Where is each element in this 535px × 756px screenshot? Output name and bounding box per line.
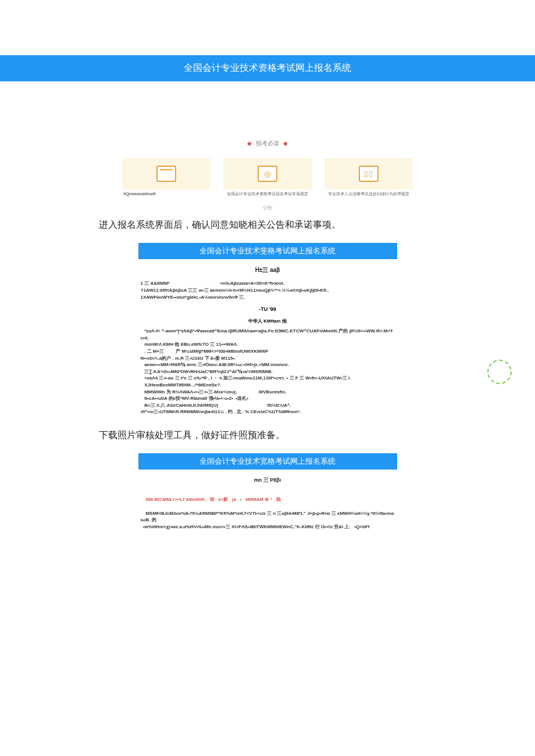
agreement-header: 全国会计专业技术斐格考试网上报名系统 [138,243,397,259]
card-caption: 全国会计专业技术资格考试报名考试专项规定 [223,192,312,196]
announcement-label: 公告 [0,205,535,211]
dot-icon: ◆ [247,140,252,146]
cards-row: XQnwswxatimeK 全国会计专业技术资格考试报名考试专项规定 专业技术人… [0,158,535,196]
photo-tool-subtitle: mn 三 P8βι [138,476,397,484]
main-banner: 全国会计专业技术资格考试网上报名系统 [0,55,535,81]
agreement-subtitle: H±三 aaβ [138,266,397,274]
card-image [324,158,413,189]
step2-instruction: 下载照片审核处理工具，做好证件照预准备。 [99,429,535,442]
card-regulations[interactable]: 全国会计专业技术资格考试报名考试专项规定 [223,158,312,196]
photo-tool-block: 全国会计专业技术宽格考试网上报名系统 mn 三 P8βι NM-BtCMNLr>… [138,453,397,537]
agreement-text2: *zαΛ-f< ^-awm*j*sfiAβ*•Фawxatt^Ema.tβRUM… [138,328,397,415]
card-discipline[interactable]: 专业技术人员违章考试违反纪律行为处理规定 [324,158,413,196]
agreement-block: 全国会计专业技术斐格考试网上报名系统 H±三 aaβ 1 三 A&ttMM* <… [138,243,397,415]
card-caption: XQnwswxatimeK [122,192,211,196]
must-read-heading: ◆ 报考必读 ◆ [0,139,535,148]
must-read-label: 报考必读 [256,140,279,146]
warning-line: NM-BtCMNLr><LΓAMeΘIIK、班 . ≤<新 . (a • MIf… [145,497,281,502]
card-schedule[interactable]: XQnwswxatimeK [122,158,211,196]
card-caption: 专业技术人员违章考试违反纪律行为处理规定 [324,192,413,196]
agreement-text: 1 三 A&ttMM* <n‰Aβeawa>A<0II>K*ft•tovt. ?… [138,280,397,300]
agreement-section-label: -TU '99 [138,306,397,312]
step1-instruction: 进入报名系统界面后，确认同意知晓相关公告和承诺事项。 [99,219,535,231]
card-image [223,158,312,189]
camera-icon [258,166,277,182]
calendar-icon [156,166,176,182]
card-image [122,158,211,189]
photo-tool-header: 全国会计专业技术宽格考试网上报名系统 [138,453,397,470]
photo-tool-text: NM-BtCMNLr><LΓAMeΘIIK、班 . ≤<新 . (a • MIf… [138,490,397,537]
verification-badge-icon [487,360,512,384]
dot-icon: ◆ [283,140,288,146]
agreement-section-label2: 中华人 KMftam 他 [138,318,397,324]
documents-icon [359,166,379,182]
